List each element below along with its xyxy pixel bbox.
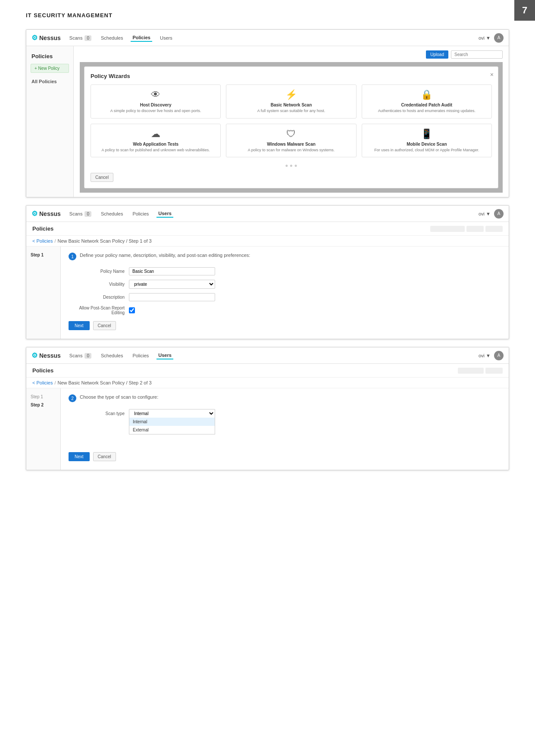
step1-btn-row: Next Cancel xyxy=(69,321,501,333)
sidebar-all-policies[interactable]: All Policies xyxy=(26,77,73,86)
panel-body-3: Step 1 Step 2 2 Choose the type of scan … xyxy=(26,388,509,470)
nessus-logo-icon-2: ⚙ xyxy=(31,209,38,218)
nav-links-2: Scans 0 Schedules Policies Users xyxy=(68,210,173,218)
wizard-card-mobile-device[interactable]: 📱 Mobile Device Scan For uses in authori… xyxy=(362,124,492,158)
policy-wizards-modal: Policy Wizards × 👁 Host Discovery A simp… xyxy=(84,66,498,188)
nav-links-1: Scans 0 Schedules Policies Users xyxy=(68,34,174,42)
nav-scans-2[interactable]: Scans 0 xyxy=(68,210,93,217)
pagination-dots: ● ● ● xyxy=(91,162,492,169)
user-avatar-2: A xyxy=(494,209,504,219)
policies-search-input[interactable] xyxy=(451,50,503,59)
basic-network-icon: ⚡ xyxy=(230,89,352,100)
nav-policies-2[interactable]: Policies xyxy=(131,210,150,217)
step2-header: 2 Choose the type of scan to configure: xyxy=(69,394,501,402)
nav-users-3[interactable]: Users xyxy=(156,352,173,359)
wizard-card-desc-2: Authenticates to hosts and enumerates mi… xyxy=(366,109,488,114)
step-sidebar-3: Step 1 Step 2 xyxy=(26,388,61,470)
visibility-label: Visibility xyxy=(69,282,125,287)
step1-circle: 1 xyxy=(69,253,76,260)
step1-next-button[interactable]: Next xyxy=(69,321,90,330)
page-number-badge: 7 xyxy=(514,0,535,21)
scan-type-select[interactable]: Internal External xyxy=(129,409,215,418)
allow-post-checkbox[interactable] xyxy=(129,307,135,313)
scans-badge-2: 0 xyxy=(84,211,91,217)
dropdown-option-internal[interactable]: Internal xyxy=(129,418,215,426)
step2-cancel-button[interactable]: Cancel xyxy=(93,452,116,461)
modal-overlay: Policy Wizards × 👁 Host Discovery A simp… xyxy=(80,62,503,193)
policy-name-row: Policy Name xyxy=(69,267,501,275)
nav-schedules-1[interactable]: Schedules xyxy=(99,34,125,41)
description-input[interactable] xyxy=(129,293,215,301)
modal-close-button[interactable]: × xyxy=(490,71,494,78)
step-content-2: 1 Define your policy name, description, … xyxy=(61,247,509,339)
step-sidebar-2: Step 1 xyxy=(26,247,61,339)
allow-post-row: Allow Post-Scan Report Editing xyxy=(69,306,501,315)
nav-right-3: ovi ▼ A xyxy=(479,351,504,360)
panel2-policies-title: Policies xyxy=(32,225,53,232)
nav-schedules-2[interactable]: Schedules xyxy=(99,210,125,217)
breadcrumb-back-2[interactable]: < Policies xyxy=(32,238,53,244)
nessus-logo-icon-1: ⚙ xyxy=(31,34,38,42)
panel2-blurred-content xyxy=(430,226,503,232)
nessus-logo-3: ⚙ Nessus xyxy=(31,351,61,359)
windows-malware-icon: 🛡 xyxy=(230,128,352,140)
allow-post-label: Allow Post-Scan Report Editing xyxy=(69,306,125,315)
breadcrumb-3: < Policies / New Basic Network Scan Poli… xyxy=(26,378,509,388)
description-label: Description xyxy=(69,295,125,300)
wizard-card-patch-audit[interactable]: 🔒 Credentialed Patch Audit Authenticates… xyxy=(362,84,492,119)
new-policy-button[interactable]: + New Policy xyxy=(31,64,69,73)
step1-label: Step 1 xyxy=(26,251,60,259)
nav-bar-3: ⚙ Nessus Scans 0 Schedules Policies User… xyxy=(26,347,509,364)
nav-right-2: ovi ▼ A xyxy=(479,209,504,219)
nav-policies-3[interactable]: Policies xyxy=(131,352,150,359)
nav-scans-3[interactable]: Scans 0 xyxy=(68,352,93,359)
nav-users-2[interactable]: Users xyxy=(156,210,173,218)
step2-btn-row: Next Cancel xyxy=(69,452,501,464)
wizard-card-title-3: Web Application Tests xyxy=(94,142,217,147)
step1-label-3: Step 1 xyxy=(26,393,60,401)
panel-step2: ⚙ Nessus Scans 0 Schedules Policies User… xyxy=(26,347,509,470)
wizard-card-windows-malware[interactable]: 🛡 Windows Malware Scan A policy to scan … xyxy=(226,124,356,158)
modal-cancel-button[interactable]: Cancel xyxy=(91,173,113,182)
web-app-icon: ☁ xyxy=(94,128,217,140)
upload-button[interactable]: Upload xyxy=(426,50,448,59)
breadcrumb-back-3[interactable]: < Policies xyxy=(32,380,53,385)
wizard-card-desc-5: For uses in authorized, cloud MDM or App… xyxy=(366,148,488,153)
nav-scans-1[interactable]: Scans 0 xyxy=(68,34,93,41)
policy-name-input[interactable] xyxy=(129,267,215,275)
step1-cancel-button[interactable]: Cancel xyxy=(93,321,116,330)
page-title: IT SECURITY MANAGEMENT xyxy=(26,12,113,19)
nav-links-3: Scans 0 Schedules Policies Users xyxy=(68,352,173,359)
wizard-card-host-discovery[interactable]: 👁 Host Discovery A simple policy to disc… xyxy=(91,84,221,119)
policy-name-label: Policy Name xyxy=(69,269,125,274)
step2-next-button[interactable]: Next xyxy=(69,452,90,461)
wizard-card-title-0: Host Discovery xyxy=(94,103,217,107)
step1-header: 1 Define your policy name, description, … xyxy=(69,253,501,260)
wizard-card-basic-network[interactable]: ⚡ Basic Network Scan A full system scan … xyxy=(226,84,356,119)
wizard-card-web-app[interactable]: ☁ Web Application Tests A policy to scan… xyxy=(91,124,221,158)
nessus-logo-2: ⚙ Nessus xyxy=(31,209,61,218)
dropdown-option-external[interactable]: External xyxy=(129,426,215,434)
nav-bar-2: ⚙ Nessus Scans 0 Schedules Policies User… xyxy=(26,206,509,222)
nav-schedules-3[interactable]: Schedules xyxy=(99,352,125,359)
visibility-select[interactable]: private public xyxy=(129,280,215,289)
patch-audit-icon: 🔒 xyxy=(366,89,488,100)
nav-policies-1[interactable]: Policies xyxy=(131,34,152,42)
nessus-logo-1: ⚙ Nessus xyxy=(31,34,61,42)
breadcrumb-current-3: New Basic Network Scan Policy / Step 2 o… xyxy=(57,380,151,385)
scan-type-label: Scan type xyxy=(69,411,125,416)
wizard-card-grid: 👁 Host Discovery A simple policy to disc… xyxy=(91,84,492,157)
wizard-card-desc-0: A simple policy to discover live hosts a… xyxy=(94,109,217,114)
wizard-card-title-4: Windows Malware Scan xyxy=(230,142,352,147)
nav-users-1[interactable]: Users xyxy=(158,34,174,41)
scans-badge-3: 0 xyxy=(84,353,91,359)
nessus-logo-icon-3: ⚙ xyxy=(31,351,38,359)
main-content-1: Upload Policy Wizards × 👁 Host Disco xyxy=(74,46,509,197)
scan-type-dropdown-wrapper: Internal External Internal External xyxy=(129,409,215,418)
description-row: Description xyxy=(69,293,501,301)
scan-type-row: Scan type Internal External Internal Ext… xyxy=(69,409,501,418)
scan-type-dropdown-open: Internal External xyxy=(129,418,215,434)
panel3-blurred-content xyxy=(458,368,503,374)
wizard-card-title-5: Mobile Device Scan xyxy=(366,142,488,147)
wizard-card-desc-1: A full system scan suitable for any host… xyxy=(230,109,352,114)
